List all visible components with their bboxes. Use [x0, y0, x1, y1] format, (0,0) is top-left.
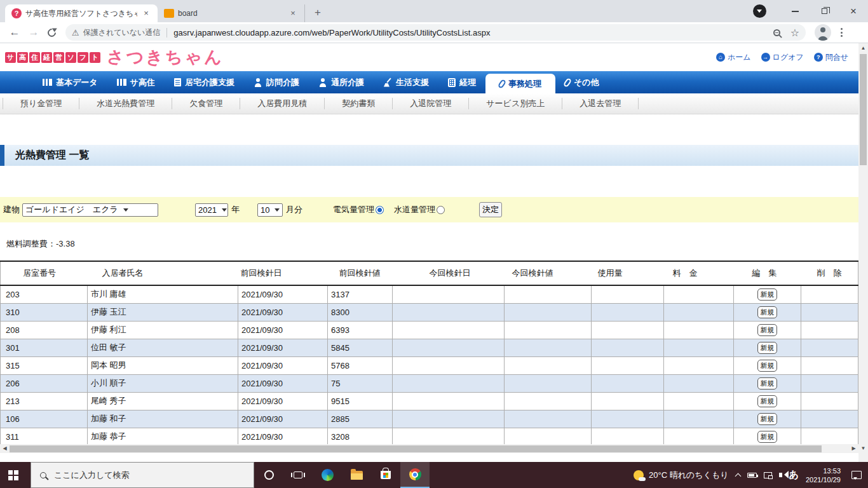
scroll-up-arrow-icon[interactable]	[858, 43, 868, 53]
inquiry-link[interactable]: 問合せ	[814, 52, 848, 63]
subnav-item[interactable]: サービス別売上	[468, 98, 562, 109]
logoff-link-label: ログオフ	[773, 52, 804, 63]
building-select[interactable]: ゴールドエイジ エクラ	[22, 203, 158, 217]
weather-widget[interactable]: 20°C 晴れのちくもり	[634, 470, 729, 481]
action-center-icon[interactable]	[851, 471, 862, 479]
scroll-down-arrow-icon[interactable]	[858, 444, 868, 453]
nav-item[interactable]: 通所介護	[309, 71, 374, 93]
edit-new-button[interactable]: 新規	[757, 431, 777, 443]
vertical-scrollbar[interactable]	[858, 43, 868, 453]
electric-radio-selected[interactable]	[376, 206, 384, 214]
browser-tab-board[interactable]: board	[158, 4, 305, 22]
scroll-right-arrow-icon[interactable]	[849, 444, 858, 453]
edit-new-button[interactable]: 新規	[757, 413, 777, 425]
month-select[interactable]: 10	[257, 203, 283, 217]
back-button[interactable]	[5, 26, 24, 39]
table-row: 311 加藤 恭子 2021/09/30 3208 新規	[1, 428, 858, 445]
subnav-item[interactable]: 欠食管理	[172, 98, 240, 109]
edit-new-button[interactable]: 新規	[757, 342, 777, 354]
browser-tab-active[interactable]: サ高住専用経営ソフトさつきちゃん	[5, 4, 158, 22]
window-minimize-button[interactable]	[780, 0, 810, 22]
cell-fee	[664, 285, 734, 303]
nav-item-icon	[254, 78, 262, 87]
nav-item[interactable]: 基本データ	[33, 71, 107, 93]
profile-avatar[interactable]	[815, 24, 831, 41]
nav-item[interactable]: 居宅介護支援	[165, 71, 244, 93]
volume-icon[interactable]	[779, 473, 782, 477]
nav-item[interactable]: 経理	[438, 71, 485, 93]
cell-usage	[592, 356, 664, 374]
url-text[interactable]: gasrv.japanwest.cloudapp.azure.com/web/P…	[173, 28, 773, 37]
edge-button[interactable]	[313, 462, 342, 488]
nav-item[interactable]: 事務処理	[485, 74, 555, 93]
window-close-button[interactable]	[839, 0, 868, 22]
horizontal-scroll-thumb[interactable]	[10, 445, 822, 452]
taskbar-clock[interactable]: 13:53 2021/10/29	[806, 466, 841, 484]
water-radio[interactable]	[437, 206, 445, 214]
edit-new-button[interactable]: 新規	[757, 377, 777, 390]
microsoft-store-button[interactable]	[371, 462, 400, 488]
edit-new-button[interactable]: 新規	[757, 324, 777, 336]
cortana-button[interactable]	[254, 462, 283, 488]
logo-block: フ	[78, 52, 88, 63]
task-view-button[interactable]	[283, 462, 313, 488]
network-icon[interactable]	[764, 472, 772, 478]
column-header: 今回検針値	[505, 261, 592, 285]
cell-current-reading-date	[393, 303, 505, 321]
cell-fee	[664, 356, 734, 374]
zoom-indicator-icon[interactable]	[773, 29, 780, 36]
not-secure-warning-icon[interactable]	[72, 28, 79, 37]
scroll-left-arrow-icon[interactable]	[0, 444, 10, 453]
cell-room-number: 311	[1, 428, 88, 445]
cell-room-number: 206	[1, 374, 88, 392]
edit-new-button[interactable]: 新規	[757, 306, 777, 318]
address-bar[interactable]: 保護されていない通信 gasrv.japanwest.cloudapp.azur…	[65, 24, 806, 41]
reload-button[interactable]	[46, 27, 57, 38]
tab-close-icon[interactable]	[288, 8, 298, 18]
nav-item[interactable]: 生活支援	[374, 71, 438, 93]
cell-edit: 新規	[734, 356, 801, 374]
search-icon	[40, 472, 46, 478]
decide-button[interactable]: 決定	[479, 202, 502, 217]
horizontal-scrollbar[interactable]	[0, 444, 858, 453]
nav-item[interactable]: その他	[555, 71, 609, 93]
not-secure-label[interactable]: 保護されていない通信	[83, 27, 161, 38]
subnav-item[interactable]: 入退院管理	[392, 98, 468, 109]
forward-button[interactable]	[24, 26, 43, 39]
electric-radio-label: 電気量管理	[333, 204, 374, 215]
home-link[interactable]: ホーム	[716, 52, 751, 63]
cell-resident-name: 位田 敏子	[88, 339, 238, 356]
column-header: 今回検針日	[393, 261, 505, 285]
subnav-item[interactable]: 入退去管理	[562, 98, 639, 109]
edit-new-button[interactable]: 新規	[757, 360, 777, 372]
tab-close-icon[interactable]	[141, 8, 151, 18]
taskbar-search-box[interactable]: ここに入力して検索	[31, 462, 254, 488]
edit-new-button[interactable]: 新規	[757, 288, 777, 301]
nav-item[interactable]: 訪問介護	[244, 71, 309, 93]
cell-usage	[592, 410, 664, 428]
subnav-item[interactable]: 入居費用見積	[240, 98, 324, 109]
battery-icon[interactable]	[747, 473, 757, 478]
new-tab-button[interactable]	[309, 4, 327, 22]
tray-overflow-chevron-icon[interactable]	[735, 473, 741, 479]
cell-current-reading-date	[393, 356, 505, 374]
cell-current-reading-date	[393, 392, 505, 410]
subnav-item[interactable]: 水道光熱費管理	[79, 98, 172, 109]
bookmark-star-icon[interactable]	[790, 27, 799, 39]
edge-icon	[322, 469, 334, 481]
file-explorer-button[interactable]	[342, 462, 371, 488]
window-restore-button[interactable]	[810, 0, 839, 22]
subnav-item[interactable]: 預り金管理	[3, 98, 79, 109]
chrome-button-active[interactable]	[400, 462, 430, 488]
vertical-scroll-thumb[interactable]	[860, 54, 867, 165]
year-select[interactable]: 2021	[195, 203, 228, 217]
cell-delete	[801, 339, 858, 356]
logoff-link[interactable]: ログオフ	[761, 52, 804, 63]
start-button[interactable]	[0, 462, 31, 488]
edit-new-button[interactable]: 新規	[757, 395, 777, 407]
subnav-item[interactable]: 契約書類	[324, 98, 392, 109]
browser-menu-icon[interactable]	[841, 28, 843, 37]
nav-item[interactable]: サ高住	[107, 71, 165, 93]
cell-edit: 新規	[734, 285, 801, 303]
update-indicator-icon[interactable]	[753, 4, 766, 18]
